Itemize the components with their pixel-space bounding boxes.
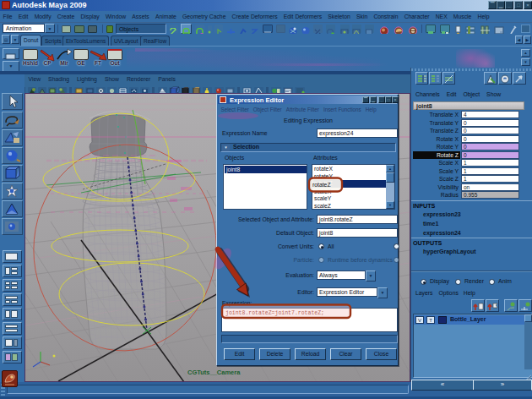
svg-text:CGTuts__Camera: CGTuts__Camera bbox=[187, 369, 241, 376]
